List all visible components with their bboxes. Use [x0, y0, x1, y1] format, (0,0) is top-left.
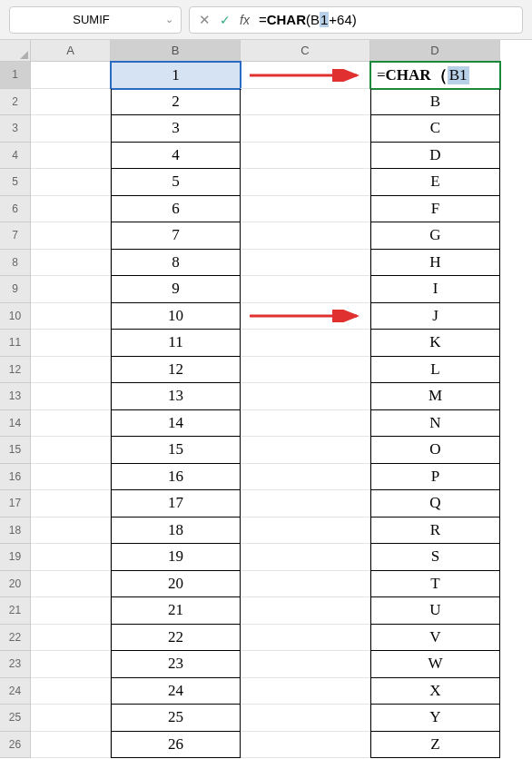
- cell[interactable]: 22: [111, 625, 241, 652]
- cell[interactable]: T: [370, 571, 500, 598]
- cell[interactable]: [241, 357, 370, 384]
- select-all-corner[interactable]: [0, 40, 31, 62]
- cell[interactable]: 10: [111, 303, 241, 330]
- cell[interactable]: U: [370, 597, 500, 625]
- cell[interactable]: F: [370, 196, 500, 223]
- row-header[interactable]: 9: [0, 276, 31, 303]
- cell[interactable]: [31, 464, 111, 491]
- cell[interactable]: [241, 651, 370, 678]
- row-header[interactable]: 12: [0, 357, 31, 384]
- cell[interactable]: 18: [111, 518, 241, 545]
- cell[interactable]: 11: [111, 330, 241, 357]
- cell[interactable]: 24: [111, 678, 241, 705]
- cell[interactable]: [31, 544, 111, 571]
- row-header[interactable]: 24: [0, 678, 31, 705]
- col-header-c[interactable]: C: [241, 40, 370, 62]
- cell[interactable]: [31, 250, 111, 277]
- cell[interactable]: [31, 651, 111, 678]
- cell[interactable]: [31, 410, 111, 438]
- row-header[interactable]: 25: [0, 705, 31, 732]
- row-header[interactable]: 11: [0, 330, 31, 357]
- cell[interactable]: J: [370, 303, 500, 330]
- cell[interactable]: H: [370, 250, 500, 277]
- row-header[interactable]: 4: [0, 143, 31, 170]
- cell[interactable]: [241, 89, 370, 116]
- cell[interactable]: [31, 115, 111, 143]
- cell[interactable]: 5: [111, 169, 241, 196]
- cell[interactable]: [31, 196, 111, 223]
- cell[interactable]: 23: [111, 651, 241, 678]
- cell[interactable]: 19: [111, 544, 241, 571]
- cell[interactable]: =CHAR（B1: [370, 62, 500, 89]
- cell[interactable]: C: [370, 115, 500, 143]
- cell[interactable]: V: [370, 625, 500, 652]
- cell[interactable]: [241, 276, 370, 303]
- cell[interactable]: 9: [111, 276, 241, 303]
- cell[interactable]: [31, 490, 111, 518]
- cell[interactable]: 3: [111, 115, 241, 143]
- cell[interactable]: [241, 490, 370, 518]
- cell[interactable]: [241, 62, 370, 89]
- row-header[interactable]: 15: [0, 437, 31, 464]
- cell[interactable]: [31, 276, 111, 303]
- cell[interactable]: [241, 250, 370, 277]
- cell[interactable]: [241, 115, 370, 143]
- row-header[interactable]: 18: [0, 518, 31, 545]
- row-header[interactable]: 3: [0, 115, 31, 143]
- row-header[interactable]: 26: [0, 732, 31, 759]
- cell[interactable]: S: [370, 544, 500, 571]
- cell[interactable]: I: [370, 276, 500, 303]
- row-header[interactable]: 1: [0, 62, 31, 89]
- cell[interactable]: L: [370, 357, 500, 384]
- row-header[interactable]: 16: [0, 464, 31, 491]
- cell[interactable]: 16: [111, 464, 241, 491]
- col-header-d[interactable]: D: [370, 40, 500, 62]
- cell[interactable]: R: [370, 518, 500, 545]
- cell[interactable]: N: [370, 410, 500, 438]
- cell[interactable]: 8: [111, 250, 241, 277]
- cell[interactable]: [31, 330, 111, 357]
- cell[interactable]: D: [370, 143, 500, 170]
- cell[interactable]: [241, 196, 370, 223]
- cell[interactable]: [241, 143, 370, 170]
- cell[interactable]: [31, 518, 111, 545]
- row-header[interactable]: 8: [0, 250, 31, 277]
- cell[interactable]: E: [370, 169, 500, 196]
- cell[interactable]: 7: [111, 222, 241, 250]
- cell[interactable]: P: [370, 464, 500, 491]
- fx-icon[interactable]: fx: [240, 13, 250, 27]
- row-header[interactable]: 14: [0, 410, 31, 438]
- cell[interactable]: [241, 222, 370, 250]
- cell[interactable]: 12: [111, 357, 241, 384]
- cell[interactable]: [31, 222, 111, 250]
- confirm-icon[interactable]: ✓: [220, 13, 231, 27]
- cell[interactable]: [31, 383, 111, 410]
- cell[interactable]: [31, 437, 111, 464]
- cell[interactable]: B: [370, 89, 500, 116]
- cell[interactable]: [31, 357, 111, 384]
- formula-input[interactable]: =CHAR(B1+64): [259, 12, 357, 27]
- cell[interactable]: X: [370, 678, 500, 705]
- cell[interactable]: G: [370, 222, 500, 250]
- cell[interactable]: 15: [111, 437, 241, 464]
- cell[interactable]: 13: [111, 383, 241, 410]
- row-header[interactable]: 17: [0, 490, 31, 518]
- cell[interactable]: [241, 625, 370, 652]
- cell[interactable]: [31, 732, 111, 759]
- col-header-b[interactable]: B: [111, 40, 241, 62]
- cell[interactable]: [31, 705, 111, 732]
- row-header[interactable]: 23: [0, 651, 31, 678]
- cell[interactable]: Y: [370, 705, 500, 732]
- cell[interactable]: [241, 732, 370, 759]
- cell[interactable]: 25: [111, 705, 241, 732]
- row-header[interactable]: 13: [0, 383, 31, 410]
- cell[interactable]: K: [370, 330, 500, 357]
- cell[interactable]: [241, 464, 370, 491]
- cell[interactable]: [31, 143, 111, 170]
- cell[interactable]: [241, 705, 370, 732]
- row-header[interactable]: 22: [0, 625, 31, 652]
- cell[interactable]: 21: [111, 597, 241, 625]
- row-header[interactable]: 7: [0, 222, 31, 250]
- row-header[interactable]: 6: [0, 196, 31, 223]
- cell[interactable]: 4: [111, 143, 241, 170]
